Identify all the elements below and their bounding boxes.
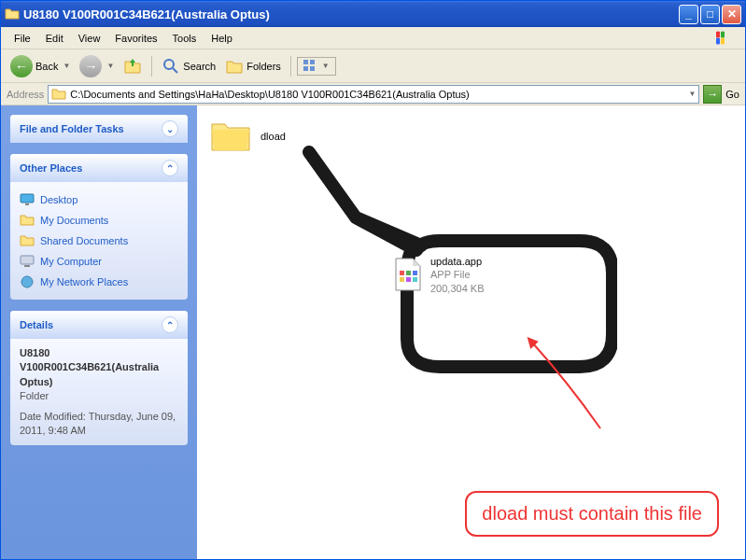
menubar: File Edit View Favorites Tools Help [1, 27, 745, 49]
up-button[interactable] [120, 55, 146, 77]
go-label: Go [725, 89, 739, 100]
menu-tools[interactable]: Tools [165, 30, 204, 47]
panel-title: File and Folder Tasks [20, 123, 124, 134]
addressbar: Address ▼ → Go [1, 83, 745, 105]
address-label: Address [7, 89, 44, 100]
svg-rect-9 [24, 265, 30, 267]
views-icon [303, 60, 320, 73]
address-input[interactable] [70, 89, 683, 100]
sidebar-item-shared[interactable]: Shared Documents [20, 231, 178, 251]
annotation-text: dload must contain this file [465, 491, 719, 537]
chevron-up-icon: ⌃ [162, 160, 178, 176]
window-title: U8180 V100R001C34B621(Australia Optus) [23, 7, 679, 21]
menu-help[interactable]: Help [204, 30, 240, 47]
sidebar-item-documents[interactable]: My Documents [20, 210, 178, 231]
chevron-down-icon[interactable]: ▼ [688, 90, 696, 98]
annotation-arrow [521, 335, 614, 438]
folders-label: Folders [246, 61, 281, 72]
menu-edit[interactable]: Edit [38, 30, 71, 47]
sidebar-item-computer[interactable]: My Computer [20, 251, 178, 272]
minimize-button[interactable]: _ [679, 5, 698, 24]
back-arrow-icon: ← [10, 55, 33, 77]
details-type: Folder [20, 389, 178, 403]
maximize-button[interactable]: □ [700, 5, 720, 24]
details-modified: Date Modified: Thursday, June 09, 2011, … [20, 410, 178, 439]
folder-label: dload [260, 131, 286, 142]
folder-icon [5, 7, 20, 21]
sidebar-item-label: My Network Places [40, 276, 128, 287]
folder-icon [210, 119, 251, 154]
toolbar: ← Back ▼ → ▼ Search Folders ▼ [1, 49, 745, 83]
sidebar: File and Folder Tasks ⌄ Other Places ⌃ D… [1, 105, 197, 559]
chevron-down-icon: ▼ [322, 62, 330, 70]
go-button[interactable]: → [703, 85, 722, 104]
titlebar: U8180 V100R001C34B621(Australia Optus) _… [1, 1, 745, 27]
chevron-down-icon: ▼ [63, 62, 70, 70]
svg-rect-16 [413, 277, 417, 282]
folder-content-area[interactable]: dload updata.app APP File 200,304 KB dlo… [197, 105, 745, 559]
chevron-down-icon: ⌄ [162, 120, 178, 137]
documents-icon [20, 213, 35, 228]
file-size: 200,304 KB [430, 282, 485, 295]
search-button[interactable]: Search [158, 55, 219, 77]
panel-header-other[interactable]: Other Places ⌃ [10, 154, 188, 182]
panel-title: Details [20, 319, 53, 330]
network-icon [20, 274, 35, 289]
svg-rect-8 [21, 256, 34, 264]
folders-icon [225, 57, 244, 76]
sidebar-item-label: My Computer [40, 256, 102, 267]
svg-point-10 [21, 276, 33, 287]
desktop-icon [20, 192, 35, 207]
back-button[interactable]: ← Back ▼ [7, 53, 74, 79]
sidebar-item-desktop[interactable]: Desktop [20, 189, 178, 210]
file-item-updata[interactable]: updata.app APP File 200,304 KB [393, 255, 485, 295]
views-button[interactable]: ▼ [297, 57, 336, 76]
svg-rect-6 [21, 194, 34, 203]
address-field[interactable]: ▼ [48, 85, 699, 104]
search-icon [162, 57, 180, 76]
sidebar-item-label: My Documents [40, 215, 108, 226]
file-name: updata.app [430, 255, 485, 268]
svg-rect-14 [400, 277, 404, 282]
panel-title: Other Places [20, 162, 82, 174]
folder-up-icon [123, 57, 142, 76]
panel-details: Details ⌃ U8180 V100R001C34B621(Australi… [10, 311, 188, 445]
svg-rect-15 [406, 277, 411, 282]
panel-header-details[interactable]: Details ⌃ [10, 311, 188, 339]
svg-line-1 [173, 68, 177, 73]
svg-rect-2 [303, 60, 308, 64]
panel-header-tasks[interactable]: File and Folder Tasks ⌄ [10, 115, 188, 143]
svg-rect-11 [400, 271, 404, 275]
shared-icon [20, 233, 35, 248]
svg-point-0 [164, 60, 174, 69]
sidebar-item-network[interactable]: My Network Places [20, 272, 178, 292]
sidebar-item-label: Desktop [40, 194, 77, 205]
windows-flag-icon [715, 31, 734, 46]
close-button[interactable]: ✕ [722, 5, 741, 24]
menu-favorites[interactable]: Favorites [107, 30, 164, 47]
panel-other-places: Other Places ⌃ Desktop My Documents Shar… [10, 154, 188, 300]
chevron-up-icon: ⌃ [162, 316, 178, 333]
menu-view[interactable]: View [71, 30, 108, 47]
folders-button[interactable]: Folders [221, 55, 285, 77]
sidebar-item-label: Shared Documents [40, 235, 128, 246]
svg-rect-3 [310, 60, 315, 64]
chevron-down-icon: ▼ [106, 62, 114, 70]
computer-icon [20, 254, 35, 269]
panel-file-folder-tasks: File and Folder Tasks ⌄ [10, 115, 188, 143]
file-type: APP File [430, 268, 485, 281]
svg-rect-5 [310, 66, 315, 71]
svg-rect-12 [406, 271, 411, 275]
back-label: Back [35, 61, 58, 72]
app-file-icon [393, 258, 423, 291]
details-name: U8180 V100R001C34B621(Australia Optus) [20, 346, 178, 389]
menu-file[interactable]: File [7, 30, 38, 47]
svg-rect-7 [25, 203, 29, 205]
forward-arrow-icon: → [79, 55, 102, 77]
folder-icon [51, 87, 66, 102]
svg-rect-4 [303, 66, 308, 71]
search-label: Search [183, 61, 216, 72]
forward-button[interactable]: → ▼ [76, 53, 118, 79]
svg-rect-13 [413, 271, 417, 275]
